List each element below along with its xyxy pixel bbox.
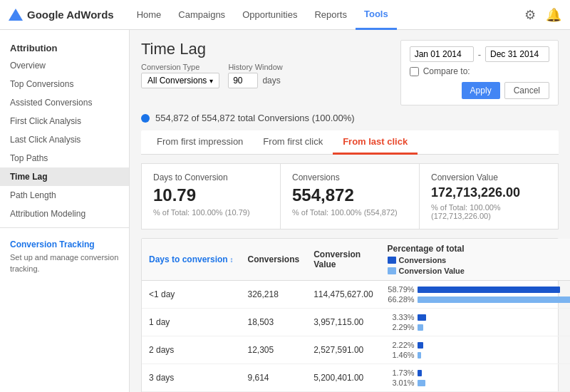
page-header: Time Lag Conversion Type All Conversions… xyxy=(141,40,559,105)
bar-pct-cv-1: 2.29% xyxy=(388,323,415,331)
card-conv-title: Conversions xyxy=(292,172,408,182)
date-range-row: - xyxy=(410,46,549,62)
tabs-row: From first impression From first click F… xyxy=(141,130,559,155)
date-range-box: - Compare to: Apply Cancel xyxy=(400,40,559,105)
compare-checkbox[interactable] xyxy=(410,67,419,76)
cancel-button[interactable]: Cancel xyxy=(504,82,549,99)
page-title: Time Lag xyxy=(141,40,283,58)
sidebar-item-top-paths[interactable]: Top Paths xyxy=(0,149,129,167)
tab-from-first-impression[interactable]: From first impression xyxy=(147,130,253,155)
cell-bar-1: 3.33% 2.29% xyxy=(380,309,570,336)
bar-dark-2 xyxy=(418,342,423,349)
table-row: <1 day 326,218 114,475,627.00 58.79% 66.… xyxy=(142,281,570,309)
conversion-info: 554,872 of 554,872 total Conversions (10… xyxy=(141,113,559,123)
cell-bar-2: 2.22% 1.46% xyxy=(380,336,570,364)
table-row: 2 days 12,305 2,527,591.00 2.22% 1.46% xyxy=(142,336,570,364)
history-window-input[interactable] xyxy=(228,73,258,88)
notifications-icon[interactable]: 🔔 xyxy=(546,7,561,23)
conversion-tracking-desc: Set up and manage conversion tracking. xyxy=(10,253,118,273)
content-area: Time Lag Conversion Type All Conversions… xyxy=(130,30,570,392)
cell-cv-3: 5,200,401.00 xyxy=(306,364,380,392)
logo-icon xyxy=(9,9,23,21)
days-label: days xyxy=(262,76,280,86)
top-nav: Google AdWords Home Campaigns Opportunit… xyxy=(0,0,570,30)
conversion-tracking-link[interactable]: Conversion Tracking xyxy=(10,239,119,249)
bar-light-1 xyxy=(418,324,423,331)
sidebar-item-last-click-analysis[interactable]: Last Click Analysis xyxy=(0,130,129,149)
cell-days-3: 3 days xyxy=(142,364,240,392)
sidebar-item-time-lag[interactable]: Time Lag xyxy=(0,167,129,186)
bar-row-cv-1: 2.29% xyxy=(388,323,570,331)
th-legend: Percentage of total Conversions Conversi… xyxy=(388,244,570,275)
settings-icon[interactable]: ⚙ xyxy=(524,7,536,23)
history-window-filter: History Window days xyxy=(228,63,282,88)
sidebar-item-path-length[interactable]: Path Length xyxy=(0,186,129,205)
bar-cell-3: 1.73% 3.01% xyxy=(388,368,570,387)
bar-row-conv-3: 1.73% xyxy=(388,368,570,377)
th-percentage: Percentage of total Conversions Conversi… xyxy=(380,239,570,281)
bar-cell-2: 2.22% 1.46% xyxy=(388,341,570,359)
conversion-type-filter: Conversion Type All Conversions xyxy=(141,63,219,88)
bar-cell-0: 58.79% 66.28% xyxy=(388,285,570,304)
conversion-type-label: Conversion Type xyxy=(141,63,219,71)
sidebar-item-first-click-analysis[interactable]: First Click Analysis xyxy=(0,112,129,130)
table-row: 3 days 9,614 5,200,401.00 1.73% 3.01% xyxy=(142,364,570,392)
cell-conv-1: 18,503 xyxy=(240,309,306,336)
bar-dark-0 xyxy=(418,287,560,293)
bar-light-3 xyxy=(418,380,425,386)
tab-from-last-click[interactable]: From last click xyxy=(333,130,418,155)
table-row: 1 day 18,503 3,957,115.00 3.33% 2.29% xyxy=(142,309,570,336)
bar-row-cv-2: 1.46% xyxy=(388,351,570,359)
bar-pct-cv-3: 3.01% xyxy=(388,378,415,387)
summary-card-conversions: Conversions 554,872 % of Total: 100.00% … xyxy=(281,163,420,229)
bar-row-conv-1: 3.33% xyxy=(388,313,570,321)
blue-dot-icon xyxy=(141,114,150,123)
nav-home[interactable]: Home xyxy=(128,0,170,30)
th-conv-value[interactable]: ConversionValue xyxy=(306,239,380,281)
conversion-tracking-box: Conversion Tracking Set up and manage co… xyxy=(0,232,129,282)
summary-card-conv-value: Conversion Value 172,713,226.00 % of Tot… xyxy=(420,163,559,229)
conversion-type-select[interactable]: All Conversions xyxy=(141,73,219,88)
nav-campaigns[interactable]: Campaigns xyxy=(170,0,234,30)
cell-cv-2: 2,527,591.00 xyxy=(306,336,380,364)
cell-days-0: <1 day xyxy=(142,281,240,309)
bar-row-conv-0: 58.79% xyxy=(388,285,570,294)
logo-area: Google AdWords xyxy=(9,9,114,21)
summary-cards: Days to Conversion 10.79 % of Total: 100… xyxy=(141,163,559,229)
card-cv-title: Conversion Value xyxy=(431,172,546,182)
cell-days-1: 1 day xyxy=(142,309,240,336)
th-conversions[interactable]: Conversions xyxy=(240,239,306,281)
date-start-input[interactable] xyxy=(410,46,474,62)
apply-button[interactable]: Apply xyxy=(462,82,500,99)
legend-conversions: Conversions xyxy=(388,256,570,264)
sidebar-item-assisted-conversions[interactable]: Assisted Conversions xyxy=(0,93,129,112)
date-dash: - xyxy=(478,49,481,60)
history-window-label: History Window xyxy=(228,63,282,71)
bar-row-cv-3: 3.01% xyxy=(388,378,570,387)
tab-from-first-click[interactable]: From first click xyxy=(253,130,333,155)
sidebar-item-attribution-modeling[interactable]: Attribution Modeling xyxy=(0,205,129,223)
legend-conv-label: Conversions xyxy=(399,256,447,264)
bar-pct-conv-2: 2.22% xyxy=(388,341,415,349)
sidebar-item-overview[interactable]: Overview xyxy=(0,56,129,75)
nav-reports[interactable]: Reports xyxy=(306,0,356,30)
cell-conv-3: 9,614 xyxy=(240,364,306,392)
sidebar-divider xyxy=(0,227,129,228)
nav-opportunities[interactable]: Opportunities xyxy=(234,0,306,30)
bar-pct-conv-1: 3.33% xyxy=(388,313,415,321)
legend-conv-value: Conversion Value xyxy=(388,267,570,275)
cell-conv-2: 12,305 xyxy=(240,336,306,364)
nav-tools[interactable]: Tools xyxy=(356,0,397,30)
cell-bar-3: 1.73% 3.01% xyxy=(380,364,570,392)
compare-label: Compare to: xyxy=(423,66,470,76)
bar-cell-1: 3.33% 2.29% xyxy=(388,313,570,331)
table-header-row: Days to conversion Conversions Conversio… xyxy=(142,239,570,281)
nav-icons: ⚙ 🔔 xyxy=(524,7,561,23)
sidebar-item-top-conversions[interactable]: Top Conversions xyxy=(0,75,129,93)
date-end-input[interactable] xyxy=(485,46,549,62)
bar-pct-cv-2: 1.46% xyxy=(388,351,415,359)
th-days[interactable]: Days to conversion xyxy=(142,239,240,281)
nav-links: Home Campaigns Opportunities Reports Too… xyxy=(128,0,524,30)
card-days-value: 10.79 xyxy=(153,185,269,205)
bar-row-cv-0: 66.28% xyxy=(388,295,570,304)
